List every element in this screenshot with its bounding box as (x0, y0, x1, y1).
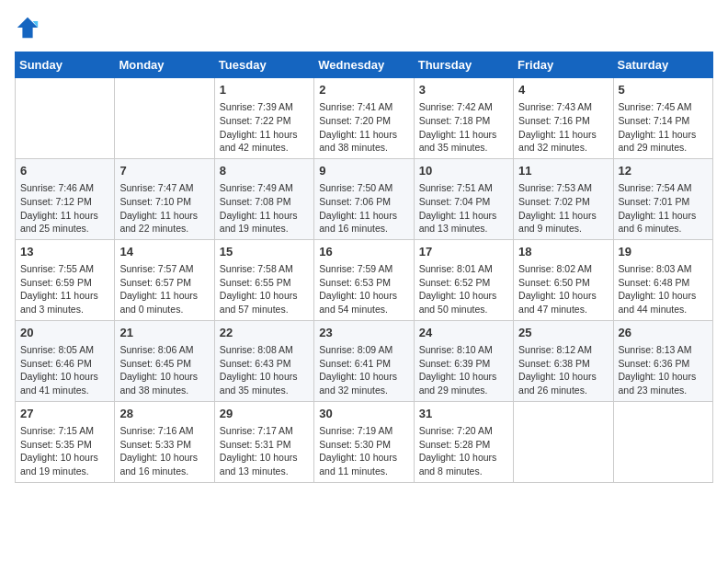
day-number: 3 (419, 82, 508, 98)
day-number: 22 (220, 325, 309, 341)
sunrise-text: Sunrise: 7:53 AM (518, 181, 608, 195)
sunrise-text: Sunrise: 8:13 AM (619, 343, 708, 357)
svg-marker-0 (17, 17, 38, 38)
calendar-week-row: 13Sunrise: 7:55 AMSunset: 6:59 PMDayligh… (16, 239, 713, 320)
day-number: 23 (319, 325, 408, 341)
daylight-text: Daylight: 11 hours and 13 minutes. (419, 209, 508, 236)
sunrise-text: Sunrise: 8:12 AM (518, 343, 608, 357)
calendar-cell: 31Sunrise: 7:20 AMSunset: 5:28 PMDayligh… (414, 401, 513, 482)
sunset-text: Sunset: 7:02 PM (518, 195, 608, 209)
daylight-text: Daylight: 10 hours and 23 minutes. (619, 370, 708, 396)
sunset-text: Sunset: 6:48 PM (619, 276, 708, 290)
sunrise-text: Sunrise: 7:43 AM (518, 100, 608, 114)
daylight-text: Daylight: 10 hours and 47 minutes. (518, 289, 608, 316)
calendar-cell: 22Sunrise: 8:08 AMSunset: 6:43 PMDayligh… (214, 320, 313, 401)
logo (15, 15, 44, 40)
calendar-cell: 24Sunrise: 8:10 AMSunset: 6:39 PMDayligh… (414, 320, 513, 401)
day-number: 13 (20, 244, 109, 260)
sunrise-text: Sunrise: 7:58 AM (220, 262, 309, 276)
calendar-cell: 11Sunrise: 7:53 AMSunset: 7:02 PMDayligh… (514, 158, 613, 239)
sunset-text: Sunset: 7:22 PM (220, 114, 309, 128)
sunset-text: Sunset: 7:18 PM (419, 114, 508, 128)
day-header-sunday: Sunday (16, 52, 115, 78)
calendar-cell: 19Sunrise: 8:03 AMSunset: 6:48 PMDayligh… (613, 239, 712, 320)
day-number: 6 (20, 163, 109, 179)
daylight-text: Daylight: 10 hours and 26 minutes. (518, 370, 608, 396)
sunset-text: Sunset: 6:55 PM (220, 276, 309, 290)
day-header-tuesday: Tuesday (214, 52, 313, 78)
sunrise-text: Sunrise: 7:41 AM (319, 100, 408, 114)
calendar-week-row: 27Sunrise: 7:15 AMSunset: 5:35 PMDayligh… (16, 401, 713, 482)
calendar-table: SundayMondayTuesdayWednesdayThursdayFrid… (15, 52, 713, 483)
sunrise-text: Sunrise: 7:50 AM (319, 181, 408, 195)
sunset-text: Sunset: 7:20 PM (319, 114, 408, 128)
daylight-text: Daylight: 11 hours and 9 minutes. (518, 209, 608, 236)
day-number: 27 (20, 406, 109, 422)
day-number: 18 (518, 244, 608, 260)
day-number: 31 (419, 406, 508, 422)
sunset-text: Sunset: 7:16 PM (518, 114, 608, 128)
sunrise-text: Sunrise: 8:05 AM (20, 343, 109, 357)
day-number: 1 (220, 82, 309, 98)
calendar-cell: 2Sunrise: 7:41 AMSunset: 7:20 PMDaylight… (314, 78, 414, 159)
day-header-friday: Friday (514, 52, 613, 78)
day-number: 20 (20, 325, 109, 341)
sunrise-text: Sunrise: 7:49 AM (220, 181, 309, 195)
calendar-cell: 14Sunrise: 7:57 AMSunset: 6:57 PMDayligh… (115, 239, 214, 320)
sunset-text: Sunset: 7:08 PM (220, 195, 309, 209)
daylight-text: Daylight: 11 hours and 42 minutes. (220, 128, 309, 155)
sunrise-text: Sunrise: 8:01 AM (419, 262, 508, 276)
sunset-text: Sunset: 5:28 PM (419, 438, 508, 452)
daylight-text: Daylight: 11 hours and 6 minutes. (619, 209, 708, 236)
day-number: 12 (619, 163, 708, 179)
sunrise-text: Sunrise: 7:15 AM (20, 424, 109, 438)
sunrise-text: Sunrise: 8:09 AM (319, 343, 408, 357)
daylight-text: Daylight: 10 hours and 16 minutes. (119, 451, 209, 477)
sunset-text: Sunset: 6:41 PM (319, 357, 408, 371)
calendar-cell: 4Sunrise: 7:43 AMSunset: 7:16 PMDaylight… (514, 78, 613, 159)
sunset-text: Sunset: 7:14 PM (619, 114, 708, 128)
sunset-text: Sunset: 6:50 PM (518, 276, 608, 290)
day-number: 25 (518, 325, 608, 341)
calendar-cell: 26Sunrise: 8:13 AMSunset: 6:36 PMDayligh… (613, 320, 712, 401)
sunrise-text: Sunrise: 8:10 AM (419, 343, 508, 357)
daylight-text: Daylight: 10 hours and 35 minutes. (220, 370, 309, 396)
sunrise-text: Sunrise: 8:02 AM (518, 262, 608, 276)
day-number: 2 (319, 82, 408, 98)
daylight-text: Daylight: 10 hours and 32 minutes. (319, 370, 408, 396)
day-number: 30 (319, 406, 408, 422)
sunset-text: Sunset: 6:39 PM (419, 357, 508, 371)
sunset-text: Sunset: 7:04 PM (419, 195, 508, 209)
daylight-text: Daylight: 10 hours and 57 minutes. (220, 289, 309, 316)
daylight-text: Daylight: 10 hours and 41 minutes. (20, 370, 109, 396)
sunrise-text: Sunrise: 7:20 AM (419, 424, 508, 438)
sunset-text: Sunset: 5:31 PM (220, 438, 309, 452)
calendar-week-row: 1Sunrise: 7:39 AMSunset: 7:22 PMDaylight… (16, 78, 713, 159)
daylight-text: Daylight: 10 hours and 19 minutes. (20, 451, 109, 477)
daylight-text: Daylight: 11 hours and 3 minutes. (20, 289, 109, 316)
calendar-cell: 15Sunrise: 7:58 AMSunset: 6:55 PMDayligh… (214, 239, 313, 320)
day-number: 9 (319, 163, 408, 179)
calendar-cell: 16Sunrise: 7:59 AMSunset: 6:53 PMDayligh… (314, 239, 414, 320)
daylight-text: Daylight: 10 hours and 38 minutes. (119, 370, 209, 396)
calendar-cell: 10Sunrise: 7:51 AMSunset: 7:04 PMDayligh… (414, 158, 513, 239)
calendar-cell: 8Sunrise: 7:49 AMSunset: 7:08 PMDaylight… (214, 158, 313, 239)
calendar-cell: 17Sunrise: 8:01 AMSunset: 6:52 PMDayligh… (414, 239, 513, 320)
calendar-cell: 30Sunrise: 7:19 AMSunset: 5:30 PMDayligh… (314, 401, 414, 482)
day-number: 28 (119, 406, 209, 422)
sunrise-text: Sunrise: 7:47 AM (119, 181, 209, 195)
daylight-text: Daylight: 10 hours and 29 minutes. (419, 370, 508, 396)
calendar-cell: 20Sunrise: 8:05 AMSunset: 6:46 PMDayligh… (16, 320, 115, 401)
calendar-cell: 12Sunrise: 7:54 AMSunset: 7:01 PMDayligh… (613, 158, 712, 239)
calendar-cell: 13Sunrise: 7:55 AMSunset: 6:59 PMDayligh… (16, 239, 115, 320)
day-number: 24 (419, 325, 508, 341)
daylight-text: Daylight: 11 hours and 29 minutes. (619, 128, 708, 155)
daylight-text: Daylight: 11 hours and 38 minutes. (319, 128, 408, 155)
calendar-cell: 3Sunrise: 7:42 AMSunset: 7:18 PMDaylight… (414, 78, 513, 159)
sunset-text: Sunset: 6:57 PM (119, 276, 209, 290)
sunrise-text: Sunrise: 7:42 AM (419, 100, 508, 114)
sunset-text: Sunset: 5:35 PM (20, 438, 109, 452)
sunset-text: Sunset: 7:12 PM (20, 195, 109, 209)
sunrise-text: Sunrise: 8:08 AM (220, 343, 309, 357)
calendar-cell: 9Sunrise: 7:50 AMSunset: 7:06 PMDaylight… (314, 158, 414, 239)
